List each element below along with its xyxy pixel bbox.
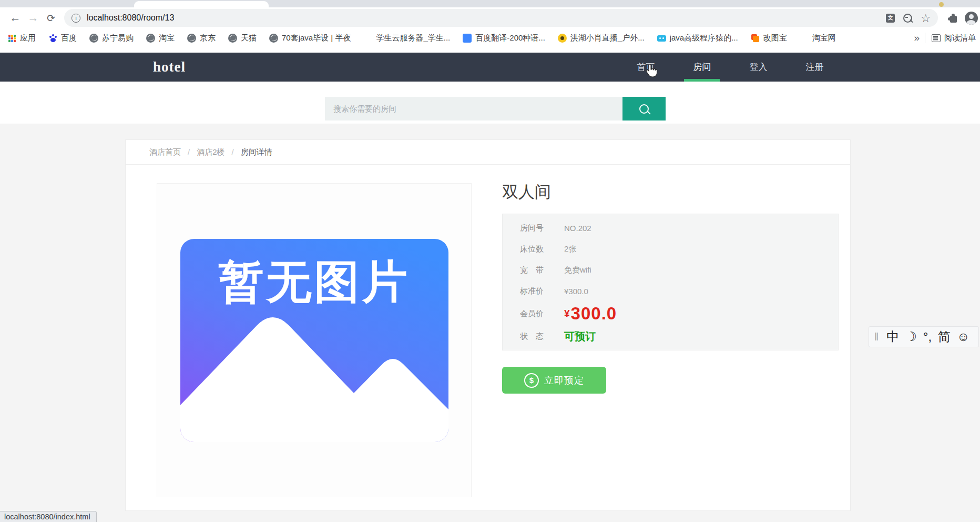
globe-icon: [187, 34, 196, 43]
site-header: hotel 首页 房间 登入 注册: [0, 53, 980, 82]
reload-icon: ⟳: [47, 12, 55, 24]
bookmark-label: 淘宝网: [812, 33, 836, 43]
detail-label: 标准价: [520, 286, 564, 296]
reading-list-icon: [932, 34, 941, 42]
nav-item[interactable]: 房间: [674, 53, 730, 82]
bookmark-item[interactable]: 百度翻译-200种语...: [463, 33, 545, 43]
breadcrumb: 酒店首页 酒店2楼 房间详情: [126, 140, 850, 165]
zoom-out-icon[interactable]: [903, 14, 912, 23]
bookmark-item[interactable]: 苏宁易购: [89, 33, 134, 43]
room-detail-card: 酒店首页 酒店2楼 房间详情 暂无图片 双人间: [125, 139, 851, 511]
room-title: 双人间: [502, 183, 839, 201]
detail-value: 免费wifi: [564, 265, 591, 275]
active-tab[interactable]: [134, 1, 269, 7]
search-icon: [639, 104, 649, 114]
globe-icon: [146, 34, 155, 43]
room-info: 双人间 房间号 NO.202 床位数 2张: [502, 183, 839, 497]
bookmark-label: 百度: [61, 33, 77, 43]
bookmark-star-icon[interactable]: ☆: [921, 13, 931, 24]
bookmark-label: 改图宝: [763, 33, 787, 43]
ime-toolbar: ‖ 中 ☽ °, 简 ☺: [869, 326, 979, 347]
search-input[interactable]: [325, 97, 622, 121]
reserve-button-label: 立即预定: [544, 374, 584, 387]
bookmark-item[interactable]: 淘宝网: [800, 33, 836, 43]
nav-item[interactable]: 注册: [787, 53, 843, 82]
bookmark-label: java高级程序猿的...: [670, 33, 738, 43]
search-bar: [325, 97, 666, 121]
nav-item[interactable]: 登入: [730, 53, 787, 82]
dollar-icon: $: [524, 373, 539, 388]
translate-icon[interactable]: 文: [886, 14, 895, 23]
bookmark-item[interactable]: 70套java毕设 | 半夜: [269, 33, 351, 43]
extensions-button[interactable]: [944, 9, 962, 27]
globe-icon: [228, 34, 237, 43]
search-button[interactable]: [622, 97, 666, 121]
ime-toolbar-item[interactable]: ☽: [905, 330, 917, 343]
ime-toolbar-item[interactable]: 简: [938, 330, 951, 343]
site-logo[interactable]: hotel: [153, 53, 186, 82]
detail-row: 房间号 NO.202: [503, 217, 838, 238]
bookmarks-overflow-chevron[interactable]: »: [908, 32, 925, 44]
browser-toolbar: ← → ⟳ i localhost:8080/room/13 文 ☆: [0, 7, 980, 28]
forward-button[interactable]: →: [24, 9, 42, 27]
bookmark-item[interactable]: 学生云服务器_学生...: [363, 33, 450, 43]
breadcrumb-item[interactable]: 酒店首页: [149, 147, 181, 157]
breadcrumb-item[interactable]: 酒店2楼: [181, 147, 225, 157]
detail-currency: ¥: [564, 308, 570, 319]
ime-toolbar-item[interactable]: 中: [886, 330, 899, 343]
address-bar[interactable]: i localhost:8080/room/13 文 ☆: [64, 9, 938, 27]
url-text[interactable]: localhost:8080/room/13: [87, 13, 174, 23]
bookmark-label: 天猫: [241, 33, 257, 43]
cloud-icon: [363, 34, 372, 43]
tv-icon: [657, 34, 666, 43]
site-info-icon[interactable]: i: [72, 14, 80, 23]
detail-row: 会员价 ¥ 300.0: [503, 302, 838, 326]
breadcrumb-item[interactable]: 房间详情: [225, 147, 272, 157]
back-button[interactable]: ←: [6, 9, 24, 27]
nav-item[interactable]: 首页: [618, 53, 674, 82]
detail-label: 会员价: [520, 309, 564, 319]
status-bubble: localhost:8080/index.html: [0, 511, 97, 522]
pic-icon: [751, 34, 760, 43]
profile-button[interactable]: [962, 9, 980, 27]
detail-row: 宽 带 免费wifi: [503, 259, 838, 280]
detail-row: 状 态 可预订: [503, 326, 838, 347]
bookmark-item[interactable]: 改图宝: [751, 33, 787, 43]
detail-value: 300.0: [571, 304, 617, 324]
ime-drag-handle[interactable]: ‖: [874, 331, 879, 343]
reload-button[interactable]: ⟳: [42, 9, 60, 27]
ime-toolbar-item[interactable]: ☺: [957, 330, 970, 343]
bookmark-item[interactable]: 淘宝: [146, 33, 175, 43]
bookmark-label: 应用: [20, 33, 36, 43]
live-icon: [558, 34, 567, 43]
window-control-dot: [939, 2, 944, 7]
bookmark-item[interactable]: 天猫: [228, 33, 257, 43]
detail-value: NO.202: [564, 224, 591, 233]
bookmark-item[interactable]: 京东: [187, 33, 216, 43]
bookmark-label: 70套java毕设 | 半夜: [282, 33, 351, 43]
room-layout: 暂无图片 双人间 房间号 NO.202: [126, 165, 850, 497]
bookmark-item[interactable]: java高级程序猿的...: [657, 33, 738, 43]
globe-icon: [89, 34, 98, 43]
avatar-icon: [965, 12, 978, 25]
bookmark-label: 京东: [200, 33, 216, 43]
bookmarks-bar: 应用 百度 苏宁易购 淘宝 京东 天猫: [0, 28, 980, 47]
bookmark-label: 洪湖小肖直播_户外...: [570, 33, 645, 43]
search-section: [0, 82, 980, 124]
detail-label: 宽 带: [520, 265, 564, 275]
bookmark-item[interactable]: 洪湖小肖直播_户外...: [558, 33, 645, 43]
ime-toolbar-item[interactable]: °,: [923, 330, 932, 343]
bookmark-item[interactable]: 百度: [48, 33, 77, 43]
bookmark-item[interactable]: 应用: [7, 33, 36, 43]
translate-icon: [463, 34, 472, 43]
mountain-graphic: [180, 239, 448, 442]
baidu-icon: [48, 34, 57, 43]
detail-label: 状 态: [520, 332, 564, 342]
reading-list-button[interactable]: 阅读清单: [932, 33, 976, 43]
tab-strip: [0, 0, 980, 7]
bookmark-label: 淘宝: [159, 33, 175, 43]
no-image-placeholder: 暂无图片: [180, 239, 448, 442]
reserve-button[interactable]: $ 立即预定: [502, 367, 606, 394]
detail-value: ¥300.0: [564, 287, 588, 296]
reading-list-label: 阅读清单: [944, 33, 976, 43]
